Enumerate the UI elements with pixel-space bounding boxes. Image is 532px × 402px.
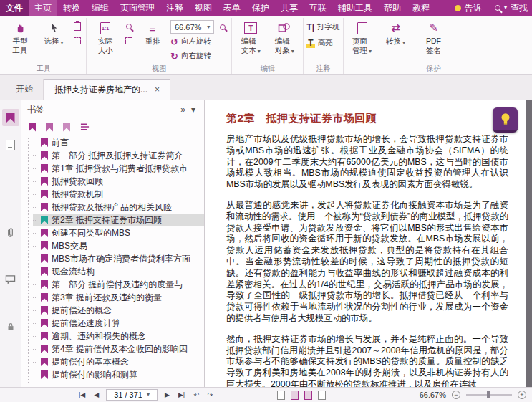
- zoom-level-dropdown[interactable]: 66.67%▾: [170, 20, 214, 34]
- bookmark-item[interactable]: 提前偿还的概念: [33, 304, 204, 317]
- security-panel-button[interactable]: [2, 318, 19, 335]
- actual-size-icon: 1:1: [100, 19, 110, 37]
- bookmark-options-icon[interactable]: [63, 123, 70, 132]
- ribbon-tab[interactable]: 视图: [189, 0, 218, 16]
- bookmark-item[interactable]: 提前偿付的基本概念: [33, 355, 204, 368]
- bookmark-item[interactable]: 第二部分 提前偿付及违约的度量与: [33, 278, 204, 291]
- select-caret-icon: ▾: [60, 40, 63, 46]
- bookmark-item[interactable]: 第一部分 抵押及抵押支持证券简介: [33, 149, 204, 162]
- tell-me-label[interactable]: 告诉: [465, 2, 482, 14]
- zoom-in-button[interactable]: [217, 21, 228, 33]
- close-tab-icon[interactable]: ×: [155, 85, 160, 94]
- marquee-zoom-button[interactable]: [123, 35, 135, 47]
- bookmark-icon: [41, 138, 48, 147]
- previous-view-button[interactable]: ↶: [192, 391, 200, 398]
- find-label[interactable]: 查找: [511, 2, 528, 14]
- bookmark-item[interactable]: MBS市场在确定消费者借贷利率方面: [33, 252, 204, 265]
- bookmark-item[interactable]: 第1章 抵押贷款与消费者抵押贷款市: [33, 162, 204, 175]
- menubar-right: 告诉 ▾ 查找: [455, 0, 532, 16]
- bookmarks-panel-button[interactable]: [2, 109, 19, 126]
- panel-options-icon[interactable]: ▾: [188, 105, 198, 115]
- zoom-slider-thumb[interactable]: [487, 391, 490, 398]
- zoom-out-button[interactable]: [123, 21, 135, 32]
- expand-bookmark-icon[interactable]: [46, 123, 53, 132]
- bookmark-item[interactable]: 提前偿还速度计算: [33, 317, 204, 330]
- bookmark-item[interactable]: 第4章 提前偿付及本金收回的影响因: [33, 343, 204, 355]
- snapshot-button[interactable]: [72, 35, 83, 47]
- document-tab[interactable]: 抵押支持证券房地产的... ×: [44, 79, 170, 100]
- ribbon-group-protect: ✎ PDF 签名 保护: [415, 18, 453, 74]
- next-view-button[interactable]: ↷: [206, 391, 215, 398]
- last-page-button[interactable]: ▶|: [177, 391, 186, 398]
- ribbon-tab[interactable]: 教程: [407, 0, 435, 16]
- document-view[interactable]: 第2章 抵押支持证券市场回顾 房地产市场以及优级抵押贷款市场的增长，会导致抵押贷…: [205, 100, 532, 387]
- bookmark-list-icon[interactable]: [80, 123, 90, 131]
- document-tab-label: 抵押支持证券房地产的...: [54, 84, 147, 96]
- next-page-button[interactable]: ▶: [163, 391, 171, 398]
- continuous-facing-view-button[interactable]: [318, 391, 326, 400]
- attachments-panel-button[interactable]: [2, 224, 19, 241]
- ribbon-tab[interactable]: 保护: [246, 0, 275, 16]
- bookmark-item[interactable]: 现金流结构: [33, 265, 204, 278]
- ribbon-tab[interactable]: 页面管理: [115, 0, 160, 16]
- ribbon-tab[interactable]: 互联: [304, 0, 332, 16]
- first-page-button[interactable]: |◀: [77, 391, 87, 398]
- typewriter-button[interactable]: T|打字机: [306, 21, 339, 34]
- ribbon-tab[interactable]: 辅助工具: [332, 0, 378, 16]
- page-management-button[interactable]: 页面 管理▾: [347, 18, 378, 54]
- bookmark-item[interactable]: 第2章 抵押支持证券市场回顾: [33, 214, 204, 226]
- rotate-right-button[interactable]: ↻向右旋转: [170, 49, 228, 62]
- ribbon-group-view: 1:1 实际 大小 ≡ 重排 66.67%▾ ↺向左旋转: [87, 18, 232, 74]
- bookmark-item[interactable]: 抵押贷款回顾: [33, 175, 204, 188]
- facing-view-button[interactable]: [304, 391, 312, 400]
- edit-text-button[interactable]: T 编辑 文本▾: [235, 18, 266, 54]
- bookmark-item[interactable]: 提前偿付的影响和测算: [33, 368, 204, 381]
- ribbon-tab[interactable]: 共享: [275, 0, 304, 16]
- page-management-caret-icon: ▾: [369, 49, 372, 54]
- bookmark-item[interactable]: 抵押贷款机制: [33, 188, 204, 201]
- page-number-box[interactable]: 31 / 371 ▾: [106, 389, 158, 401]
- tip-button[interactable]: [493, 107, 518, 133]
- zoom-in-button-status[interactable]: +: [518, 391, 526, 399]
- paperclip-icon: [5, 227, 16, 238]
- zoom-out-button-status[interactable]: −: [452, 391, 460, 399]
- pdf-sign-button[interactable]: ✎ PDF 签名: [418, 18, 450, 54]
- hand-tool-button[interactable]: 手型 工具: [4, 18, 36, 54]
- search-caret-icon[interactable]: ▾: [504, 5, 507, 11]
- status-bar: |◀ ◀ 31 / 371 ▾ ▶ ▶| ↶ ↷ 66.67% − +: [0, 387, 532, 402]
- comments-panel-button[interactable]: [2, 271, 19, 288]
- bookmark-item[interactable]: MBS交易: [33, 239, 204, 252]
- reflow-button[interactable]: ≡ 重排: [137, 18, 168, 46]
- bookmark-label: 提前偿付的基本概念: [52, 356, 129, 368]
- ribbon-group-tools: 手型 工具 选择▾ 工具: [1, 18, 87, 74]
- ribbon-tab[interactable]: 转换: [57, 0, 86, 16]
- clipboard-button[interactable]: [72, 21, 83, 32]
- convert-button[interactable]: ⇄ 转换▾: [380, 18, 412, 46]
- highlight-button[interactable]: T高亮: [306, 37, 332, 49]
- actual-size-button[interactable]: 1:1 实际 大小: [90, 18, 121, 54]
- bookmark-item[interactable]: 逾期、违约和损失的概念: [33, 330, 204, 343]
- bookmark-item[interactable]: 第3章 提前还款及违约的衡量: [33, 291, 204, 304]
- rotate-left-button[interactable]: ↺向左旋转: [170, 35, 228, 48]
- ribbon-tab[interactable]: 帮助: [378, 0, 407, 16]
- add-bookmark-icon[interactable]: [29, 123, 36, 132]
- collapse-panel-icon[interactable]: »: [178, 105, 188, 115]
- edit-object-button[interactable]: 编辑 对象▾: [269, 18, 300, 54]
- ribbon-tab[interactable]: 表单: [218, 0, 246, 16]
- ribbon-tab[interactable]: 文件: [0, 0, 29, 16]
- continuous-view-button[interactable]: [291, 391, 299, 400]
- zoom-percentage: 66.67%: [420, 391, 446, 399]
- ribbon-tab[interactable]: 注释: [160, 0, 189, 16]
- previous-page-button[interactable]: ◀: [92, 391, 100, 398]
- clipboard-icon: [74, 22, 81, 31]
- bookmark-item[interactable]: 前言: [33, 136, 204, 149]
- select-tool-button[interactable]: 选择▾: [38, 18, 69, 46]
- document-tab[interactable]: 开始: [6, 79, 44, 100]
- zoom-slider[interactable]: [466, 394, 512, 396]
- bookmark-item[interactable]: 抵押贷款及抵押产品的相关风险: [33, 201, 204, 214]
- ribbon-tab[interactable]: 编辑: [86, 0, 115, 16]
- ribbon-tab[interactable]: 主页: [29, 0, 57, 16]
- pages-panel-button[interactable]: [2, 136, 19, 153]
- single-page-view-button[interactable]: [277, 391, 285, 400]
- bookmark-item[interactable]: 创建不同类型的MBS: [33, 226, 204, 239]
